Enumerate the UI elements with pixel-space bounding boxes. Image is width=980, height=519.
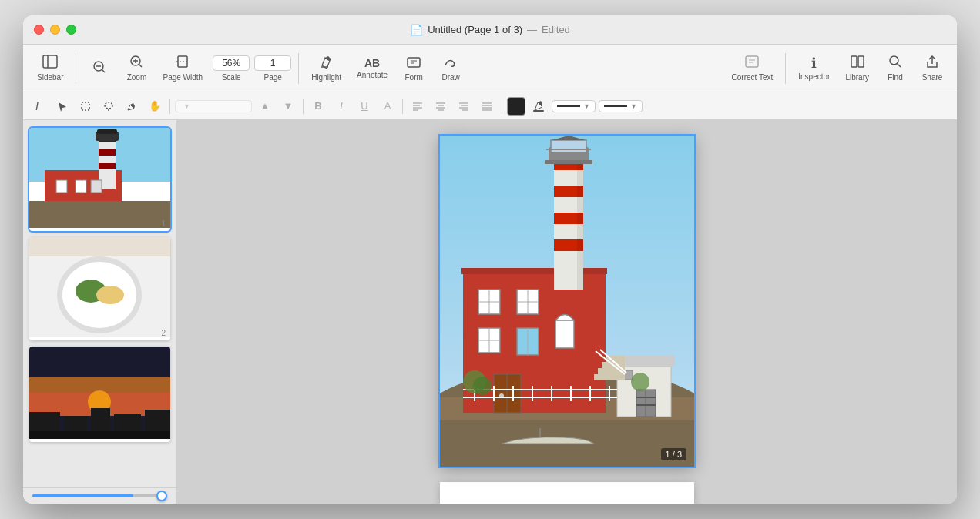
page-width-label: Page Width [163,73,203,82]
select-tool[interactable] [76,97,96,116]
scale-control[interactable]: 56% Scale [212,55,250,82]
page-indicator: 1 / 3 [661,448,686,460]
font-chevron: ▼ [183,102,190,110]
thumb-lighthouse-svg [29,128,170,228]
svg-rect-12 [408,58,420,67]
svg-rect-42 [533,110,544,112]
svg-rect-49 [99,149,116,156]
correct-text-button[interactable]: Correct Text [726,52,780,85]
page-value[interactable]: 1 [254,55,291,71]
svg-rect-112 [594,374,625,380]
svg-point-20 [890,56,898,65]
find-icon [888,55,902,71]
align-justify-button[interactable] [477,97,497,116]
minimize-button[interactable] [50,25,60,35]
fmt-sep3 [402,99,403,114]
bold-button[interactable]: B [308,97,328,116]
highlight-icon [319,55,334,71]
share-icon [925,55,939,71]
svg-rect-56 [91,180,102,193]
svg-line-6 [139,65,143,68]
library-button[interactable]: Library [839,52,875,85]
draw-icon [443,55,458,71]
share-button[interactable]: Share [915,52,949,85]
svg-rect-63 [29,237,170,256]
window-title-group: 📄 Untitled (Page 1 of 3) — Edited [410,24,570,36]
text-cursor-tool[interactable]: I [29,97,49,116]
annotate-button[interactable]: AB Annotate [351,55,394,82]
svg-rect-52 [97,129,117,134]
titlebar: 📄 Untitled (Page 1 of 3) — Edited [23,15,957,45]
svg-rect-0 [43,55,57,68]
italic-button[interactable]: I [331,97,351,116]
scale-value[interactable]: 56% [213,55,250,71]
thumb-food-svg [29,237,170,337]
pencil-tool[interactable] [122,97,142,116]
inspector-icon: ℹ [811,56,817,70]
correct-text-label: Correct Text [732,73,774,82]
maximize-button[interactable] [66,25,76,35]
page-label: Page [263,73,281,82]
underline-button[interactable]: U [354,97,374,116]
svg-point-24 [105,102,112,109]
zoom-in-icon [129,55,143,71]
page-thumb-1[interactable]: 1 [29,128,170,231]
page-thumb-2[interactable]: 2 [29,237,170,340]
page-1-number: 1 [161,219,166,228]
strikethrough-button[interactable]: A [378,97,398,116]
svg-rect-73 [29,431,170,439]
traffic-lights [34,25,76,35]
slider-track[interactable] [32,494,167,497]
slider-thumb[interactable] [156,491,167,501]
page-canvas-2-partial[interactable] [440,482,694,504]
svg-point-132 [631,373,649,391]
font-family-select[interactable]: ▼ [175,100,252,112]
page-width-button[interactable]: Page Width [156,52,209,85]
lasso-tool[interactable] [99,97,119,116]
hand-tool[interactable]: ✋ [145,97,165,116]
lighthouse-main-svg [440,136,694,467]
fill-color-button[interactable] [529,97,549,116]
canvas-area[interactable]: 1 / 3 [177,120,957,504]
inspector-button[interactable]: ℹ Inspector [792,53,836,84]
sidebar: 1 2 [23,120,177,504]
align-left-button[interactable] [408,97,428,116]
svg-rect-19 [858,56,864,67]
page-control[interactable]: 1 Page [253,55,292,82]
app-window: 📄 Untitled (Page 1 of 3) — Edited Sideba… [23,15,957,504]
zoom-out-icon [92,60,106,76]
highlight-button[interactable]: Highlight [305,52,347,85]
close-button[interactable] [34,25,44,35]
find-label: Find [888,73,902,82]
sidebar-label: Sidebar [37,73,63,82]
draw-button[interactable]: Draw [434,52,468,85]
page-width-icon [176,55,190,71]
page-canvas-1[interactable]: 1 / 3 [440,136,694,467]
align-right-button[interactable] [454,97,474,116]
svg-rect-15 [746,56,758,67]
highlight-label: Highlight [311,73,341,82]
library-label: Library [845,73,869,82]
font-size-down[interactable]: ▼ [278,97,298,116]
fmt-sep2 [303,99,304,114]
sidebar-toggle[interactable]: Sidebar [31,52,69,85]
page-thumb-3[interactable] [29,347,170,442]
svg-text:I: I [35,100,39,112]
zoom-in-button[interactable]: Zoom [119,52,153,85]
align-center-button[interactable] [431,97,451,116]
line-end-chevron: ▼ [630,102,637,110]
zoom-out-button[interactable] [82,57,116,79]
form-button[interactable]: Form [397,52,431,85]
line-end-select[interactable]: ▼ [599,100,643,112]
arrow-tool[interactable] [52,97,72,116]
line-style-select[interactable]: ▼ [552,100,596,112]
svg-rect-128 [545,160,592,164]
svg-rect-125 [551,140,586,152]
sep2 [298,53,299,84]
stroke-color-button[interactable] [507,97,525,116]
font-size-up[interactable]: ▲ [255,97,275,116]
find-button[interactable]: Find [878,52,912,85]
fmt-sep1 [169,99,170,114]
formatbar: I ✋ [23,92,957,120]
form-label: Form [404,73,422,82]
